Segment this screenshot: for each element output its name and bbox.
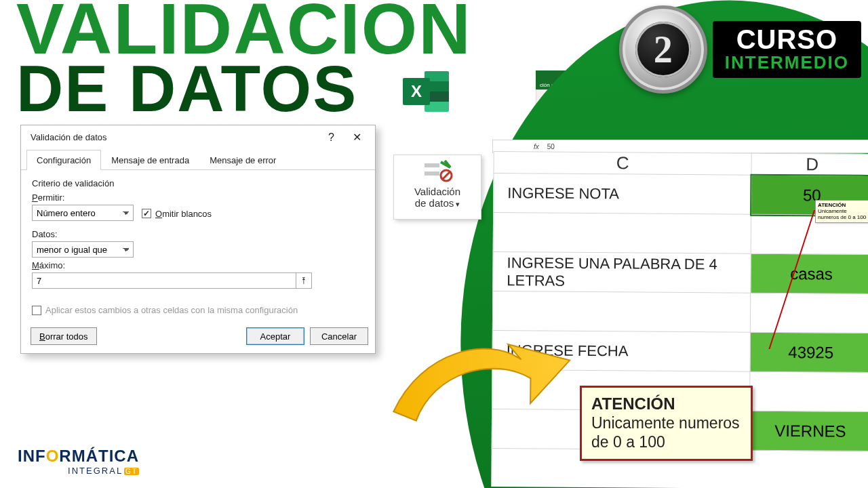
tab-configuracion[interactable]: Configuración <box>26 150 101 170</box>
clear-all-button[interactable]: Borrar todos <box>31 327 97 345</box>
maximo-label: Máximo: <box>32 260 364 270</box>
excel-letter: X <box>403 78 430 105</box>
input-message-tooltip-small: ATENCIÓN Unicamente numeros de 0 a 100 <box>815 200 868 223</box>
tooltip-body: Unicamente numeros de 0 a 100 <box>818 208 867 220</box>
cell-blank[interactable] <box>493 213 751 254</box>
validation-button-label1: Validación <box>394 186 481 197</box>
tooltip-title: ATENCIÓN <box>818 202 867 208</box>
maximo-input[interactable] <box>32 272 296 289</box>
svg-rect-1 <box>425 171 439 176</box>
permitir-dropdown[interactable]: Número entero <box>32 205 134 221</box>
ok-button[interactable]: Aceptar <box>246 327 304 345</box>
level-number: 2 <box>635 22 691 77</box>
cell-value[interactable]: casas <box>751 253 868 293</box>
course-badge-group: 2 CURSO INTERMEDIO <box>619 5 861 94</box>
level-medal-icon: 2 <box>619 5 707 94</box>
formula-bar-value[interactable]: 50 <box>547 143 555 150</box>
dialog-tabs: Configuración Mensaje de entrada Mensaje… <box>21 149 375 170</box>
column-header-c[interactable]: C <box>494 152 751 176</box>
cell-blank[interactable] <box>750 371 868 411</box>
validation-criterion-label: Criterio de validación <box>32 178 364 188</box>
column-header-d[interactable]: D <box>751 153 868 176</box>
brand-line2: INTEGRAL <box>68 466 123 476</box>
cell-prompt[interactable]: INGRESE UNA PALABRA DE 4 LETRAS <box>493 252 751 293</box>
data-validation-ribbon-button[interactable]: Validación de datos <box>393 155 481 220</box>
datos-dropdown[interactable]: menor o igual que <box>32 241 134 258</box>
close-icon[interactable]: ✕ <box>345 131 368 144</box>
fx-icon[interactable]: fx <box>534 143 539 150</box>
range-picker-icon[interactable]: ⭱ <box>296 272 312 289</box>
tab-mensaje-entrada[interactable]: Mensaje de entrada <box>101 150 199 170</box>
brand-line1-pre: INF <box>18 447 46 465</box>
tooltip-body: Unicamente numeros de 0 a 100 <box>591 413 741 453</box>
cell-value[interactable]: 43925 <box>750 332 868 372</box>
brand-gt-badge: GT <box>124 468 139 475</box>
data-validation-icon <box>420 159 454 184</box>
data-validation-dialog: Validación de datos ? ✕ Configuración Me… <box>20 125 376 354</box>
excel-logo-icon: X <box>403 68 450 115</box>
course-label-box: CURSO INTERMEDIO <box>713 21 861 77</box>
apply-same-settings-checkbox: Aplicar estos cambios a otras celdas con… <box>32 305 364 315</box>
tooltip-title: ATENCIÓN <box>591 394 741 413</box>
dialog-title: Validación de datos <box>31 132 107 142</box>
cell-blank[interactable] <box>750 293 868 333</box>
apply-same-label: Aplicar estos cambios a otras celdas con… <box>45 305 298 315</box>
permitir-label: Permitir: <box>32 192 134 203</box>
omitir-blancos-checkbox[interactable]: Omitir blancos <box>142 209 212 219</box>
cell-prompt[interactable]: INGRESE NOTA <box>494 174 752 215</box>
brand-line1-o: O <box>46 447 60 465</box>
validation-button-label2: de datos <box>394 197 481 209</box>
dialog-titlebar: Validación de datos ? ✕ <box>21 125 375 149</box>
cancel-button[interactable]: Cancelar <box>310 327 368 345</box>
course-line2: INTERMEDIO <box>725 54 849 72</box>
svg-line-3 <box>442 171 450 180</box>
tab-mensaje-error[interactable]: Mensaje de error <box>199 150 286 170</box>
checkbox-icon <box>142 209 151 218</box>
brand-line1-post: RMÁTICA <box>59 447 139 465</box>
svg-rect-0 <box>425 163 439 167</box>
checkbox-icon <box>32 306 41 315</box>
input-message-tooltip-large: ATENCIÓN Unicamente numeros de 0 a 100 <box>580 386 753 462</box>
brand-logo: INFORMÁTICA INTEGRALGT <box>18 447 139 476</box>
cell-value[interactable]: VIERNES <box>749 411 868 451</box>
help-icon[interactable]: ? <box>319 131 342 144</box>
course-line1: CURSO <box>725 25 849 54</box>
datos-label: Datos: <box>32 229 364 239</box>
